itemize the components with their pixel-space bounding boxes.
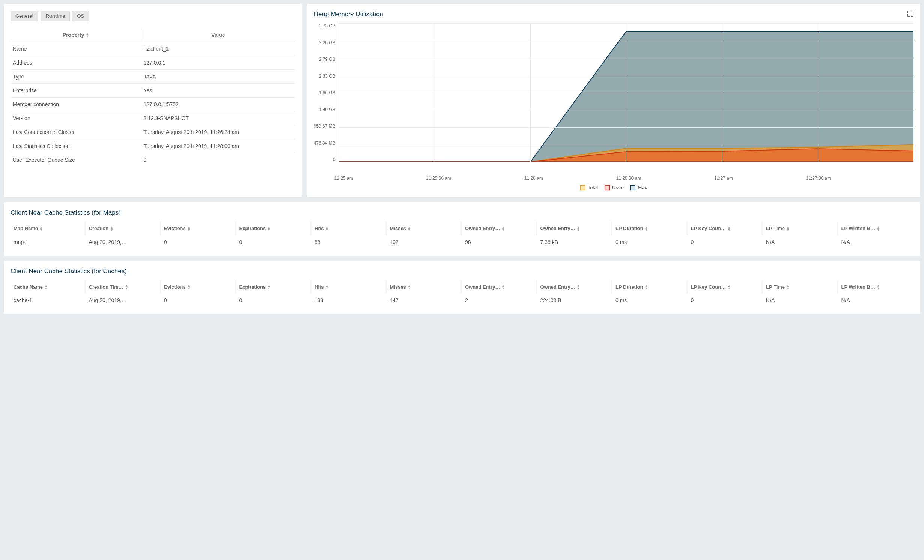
prop-label: Last Statistics Collection [11, 139, 141, 153]
col-header[interactable]: Owned Entry… [462, 280, 537, 294]
table-row: Namehz.client_1 [11, 42, 295, 56]
cell: Aug 20, 2019,… [86, 294, 161, 307]
table-row: Last Connection to ClusterTuesday, Augus… [11, 125, 295, 139]
cell: 0 [161, 294, 236, 307]
col-header[interactable]: Expirations [236, 222, 312, 235]
col-header[interactable]: Creation Tim… [86, 280, 161, 294]
y-tick: 1.86 GB [319, 90, 336, 95]
cell: 0 [688, 235, 763, 249]
prop-value: 127.0.0.1 [141, 56, 295, 70]
y-tick: 953.67 MB [314, 123, 336, 129]
sort-icon [408, 226, 411, 232]
prop-label: Type [11, 70, 141, 84]
table-row: EnterpriseYes [11, 84, 295, 98]
table-row: Address127.0.0.1 [11, 56, 295, 70]
sort-icon [727, 226, 731, 232]
swatch-max-icon [630, 185, 635, 190]
sort-icon [786, 226, 790, 232]
legend-used[interactable]: Used [605, 185, 623, 190]
prop-label: Last Connection to Cluster [11, 125, 141, 139]
col-header[interactable]: LP Written B… [838, 222, 914, 235]
sort-icon [39, 226, 43, 232]
cell: 0 [236, 294, 312, 307]
tab-general[interactable]: General [11, 11, 38, 21]
cell: cache-1 [11, 294, 86, 307]
sort-icon [267, 226, 271, 232]
prop-label: Version [11, 111, 141, 125]
col-header[interactable]: LP Duration [612, 222, 688, 235]
col-header[interactable]: Expirations [236, 280, 312, 294]
col-header[interactable]: Hits [312, 222, 387, 235]
cell: N/A [763, 235, 838, 249]
col-header[interactable]: Evictions [161, 280, 236, 294]
prop-value: Tuesday, August 20th 2019, 11:26:24 am [141, 125, 295, 139]
expand-icon[interactable] [907, 11, 913, 18]
client-info-panel: General Runtime OS Property Value Namehz… [4, 4, 302, 197]
prop-value: Yes [141, 84, 295, 98]
sort-icon [577, 226, 580, 232]
y-tick: 0 [333, 157, 336, 162]
sort-icon [44, 285, 48, 290]
col-header[interactable]: Owned Entry… [537, 280, 613, 294]
caches-stats-panel: Client Near Cache Statistics (for Caches… [4, 261, 920, 314]
legend-max[interactable]: Max [630, 185, 647, 190]
prop-value: 127.0.0.1:5702 [141, 98, 295, 111]
prop-value: 3.12.3-SNAPSHOT [141, 111, 295, 125]
sort-icon [501, 285, 505, 290]
chart-area: 3.73 GB3.26 GB2.79 GB2.33 GB1.86 GB1.40 … [314, 23, 913, 173]
col-header[interactable]: Evictions [161, 222, 236, 235]
cell: 224.00 B [537, 294, 613, 307]
tab-os[interactable]: OS [72, 11, 89, 21]
table-row: Last Statistics CollectionTuesday, Augus… [11, 139, 295, 153]
col-header[interactable]: Cache Name [11, 280, 86, 294]
cell: 0 [688, 294, 763, 307]
chart-plot[interactable] [339, 23, 913, 162]
cell: 102 [387, 235, 462, 249]
x-tick: 11:26:30 am [616, 176, 641, 181]
col-header[interactable]: Misses [387, 222, 462, 235]
legend-total[interactable]: Total [580, 185, 598, 190]
x-tick: 11:25 am [334, 176, 353, 181]
col-header[interactable]: LP Key Coun… [688, 222, 763, 235]
table-row: Version3.12.3-SNAPSHOT [11, 111, 295, 125]
x-tick: 11:27:30 am [806, 176, 831, 181]
col-header[interactable]: LP Time [763, 222, 838, 235]
prop-value: 0 [141, 153, 295, 167]
property-table: Property Value Namehz.client_1Address127… [11, 28, 295, 167]
prop-value: Tuesday, August 20th 2019, 11:28:00 am [141, 139, 295, 153]
chart-title: Heap Memory Utilization [314, 11, 913, 18]
cell: 147 [387, 294, 462, 307]
cell: 0 ms [612, 235, 688, 249]
y-tick: 476.84 MB [314, 140, 336, 146]
cell: 0 [161, 235, 236, 249]
col-header[interactable]: Owned Entry… [462, 222, 537, 235]
x-tick: 11:25:30 am [426, 176, 451, 181]
sort-icon [125, 285, 128, 290]
col-header[interactable]: Hits [312, 280, 387, 294]
y-tick: 2.79 GB [319, 57, 336, 62]
sort-icon [644, 285, 648, 290]
col-header[interactable]: Misses [387, 280, 462, 294]
prop-value: JAVA [141, 70, 295, 84]
sort-icon [877, 285, 880, 290]
caches-table: Cache NameCreation Tim…EvictionsExpirati… [11, 280, 913, 307]
sort-icon [325, 226, 329, 232]
sort-icon [267, 285, 271, 290]
col-header[interactable]: LP Key Coun… [688, 280, 763, 294]
cell: N/A [838, 235, 914, 249]
tab-group: General Runtime OS [11, 11, 295, 21]
col-value: Value [141, 28, 295, 42]
col-header[interactable]: Creation [86, 222, 161, 235]
col-header[interactable]: LP Written B… [838, 280, 914, 294]
col-header[interactable]: LP Duration [612, 280, 688, 294]
sort-icon [577, 285, 580, 290]
col-header[interactable]: Map Name [11, 222, 86, 235]
prop-label: Name [11, 42, 141, 56]
col-header[interactable]: LP Time [763, 280, 838, 294]
tab-runtime[interactable]: Runtime [41, 11, 70, 21]
col-property[interactable]: Property [11, 28, 141, 42]
sort-icon [187, 226, 191, 232]
prop-label: User Executor Queue Size [11, 153, 141, 167]
col-header[interactable]: Owned Entry… [537, 222, 613, 235]
sort-icon [325, 285, 329, 290]
